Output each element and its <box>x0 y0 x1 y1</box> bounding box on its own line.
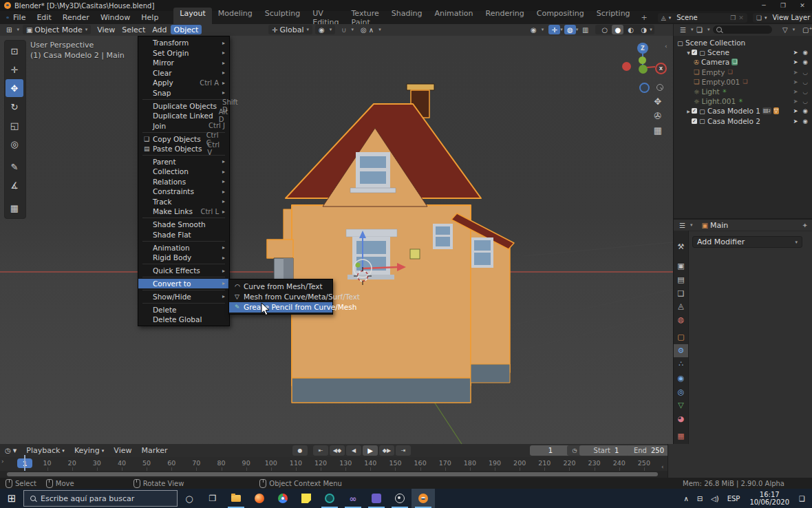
properties-tab-particles[interactable]: ∴ <box>674 357 688 370</box>
new-scene-icon[interactable]: ❐ <box>729 14 737 21</box>
clock[interactable]: 16:17 10/06/2020 <box>744 491 795 506</box>
shading-rendered-button[interactable]: ◑ <box>638 25 650 34</box>
shading-material-button[interactable]: ◐ <box>625 25 637 34</box>
select-pointer-icon-off[interactable]: ➤ <box>793 98 798 105</box>
xray-toggle[interactable]: ▥ <box>579 25 591 34</box>
expander-icon[interactable]: ▶ <box>685 109 692 114</box>
tray-chevron-icon[interactable]: ∧ <box>679 495 692 502</box>
task-view-button[interactable]: ❐ <box>201 489 224 508</box>
object-menu-item-show-hide[interactable]: Show/Hide▸ <box>138 292 229 302</box>
delete-scene-icon[interactable]: ✕ <box>737 14 745 21</box>
object-menu-item-duplicate-linked[interactable]: Duplicate LinkedAlt D <box>138 111 229 121</box>
object-menu-item-make-links[interactable]: Make LinksCtrl L▸ <box>138 207 229 217</box>
properties-tab-world[interactable]: ◍ <box>674 313 688 326</box>
editor-type-button[interactable]: ⊞▾ <box>3 25 23 34</box>
network-icon[interactable]: ⊟ <box>693 495 707 502</box>
collection-checkbox[interactable]: ✓ <box>692 108 697 114</box>
language-indicator[interactable]: ESP <box>723 495 745 502</box>
current-frame-field[interactable]: 1 <box>530 445 571 456</box>
add-cube-tool[interactable]: ▦ <box>6 199 23 217</box>
timeline-scrollbar[interactable] <box>0 471 667 478</box>
taskbar-app-purple-app[interactable] <box>365 489 388 508</box>
axis-y-negative-button[interactable] <box>639 65 648 74</box>
camera-view-button[interactable]: ✇ <box>648 109 668 123</box>
object-menu-item-join[interactable]: JoinCtrl J <box>138 120 229 131</box>
object-menu-item-rigid-body[interactable]: Rigid Body▸ <box>138 253 229 263</box>
object-menu-item-collection[interactable]: Collection▸ <box>138 167 229 177</box>
menu-edit[interactable]: Edit <box>31 12 56 23</box>
outliner-search-input[interactable] <box>713 25 772 34</box>
pivot-point-dropdown[interactable]: ◉▾ <box>315 25 335 34</box>
record-button[interactable]: ● <box>292 445 308 456</box>
object-menu-item-duplicate-objects[interactable]: Duplicate ObjectsShift D <box>138 100 229 111</box>
outliner-row-empty[interactable]: ❏Empty❏➤◡ <box>674 67 812 77</box>
axis-z-button[interactable]: Z <box>637 43 648 54</box>
object-menu-item-apply[interactable]: ApplyCtrl A▸ <box>138 78 229 88</box>
cortana-button[interactable]: ○ <box>178 489 201 508</box>
taskbar-app-blender[interactable] <box>412 489 435 508</box>
new-collection-button[interactable]: ▢⁺ <box>799 25 812 34</box>
annotate-tool[interactable]: ✎ <box>6 158 23 176</box>
outliner-row-camera[interactable]: ✇Camera❏➤◉ <box>674 57 812 67</box>
outliner-display-mode-dropdown[interactable]: ❏▾ <box>693 25 713 34</box>
eye-open-icon[interactable]: ◉ <box>803 59 808 65</box>
object-menu-item-shade-flat[interactable]: Shade Flat <box>138 230 229 240</box>
taskbar-search-input[interactable]: Escribe aquí para buscar <box>23 490 178 507</box>
select-pointer-icon-on[interactable]: ➤ <box>793 107 798 114</box>
close-button[interactable]: ✕ <box>793 2 812 9</box>
maximize-button[interactable]: ❐ <box>773 2 793 9</box>
taskbar-app-visual-studio[interactable]: ∞ <box>341 489 365 508</box>
outliner-row-empty-001[interactable]: ❏Empty.001❏➤◡ <box>674 77 812 87</box>
pan-view-button[interactable]: ✥ <box>648 94 668 109</box>
eye-closed-icon[interactable]: ◡ <box>803 78 808 85</box>
timeline-menu-playback[interactable]: Playback▾ <box>21 446 70 455</box>
object-menu-item-convert-to[interactable]: Convert to▸ <box>138 279 229 289</box>
start-button[interactable]: ⊞ <box>0 489 23 508</box>
eye-open-icon[interactable]: ◉ <box>803 118 808 125</box>
object-menu-item-mirror[interactable]: Mirror▸ <box>138 58 229 68</box>
properties-tab-physics[interactable]: ◉ <box>674 372 688 385</box>
taskbar-app-green-circle-app[interactable] <box>318 489 341 508</box>
submenu-item-grease-pencil-from-curve-mesh[interactable]: ✎Grease Pencil from Curve/Mesh <box>229 302 332 313</box>
select-pointer-icon-on[interactable]: ➤ <box>793 118 798 125</box>
viewport-menu-object[interactable]: Object <box>171 25 202 34</box>
frame-end-field[interactable]: End250 <box>627 445 671 456</box>
properties-tab-tool[interactable]: ⚒ <box>674 240 688 253</box>
taskbar-app-file-explorer[interactable] <box>224 489 248 508</box>
axis-x-button[interactable]: X <box>655 63 667 74</box>
eye-open-icon[interactable]: ◉ <box>803 49 808 56</box>
eye-closed-icon[interactable]: ◡ <box>803 69 808 76</box>
properties-tab-object[interactable]: ▢ <box>674 330 688 343</box>
scrollbar-thumb[interactable] <box>7 472 658 476</box>
outliner-row-light-001[interactable]: ☼Light.001✳➤◡ <box>674 96 812 106</box>
collection-checkbox[interactable]: ✓ <box>692 50 697 55</box>
sidebar-collapse-arrow[interactable]: ‹ <box>665 43 667 50</box>
properties-tab-material[interactable]: ◕ <box>674 412 688 425</box>
shading-wireframe-button[interactable]: ○ <box>599 25 610 34</box>
collection-checkbox[interactable]: ✓ <box>692 118 697 124</box>
select-box-tool[interactable]: ⊡ <box>6 42 23 60</box>
jump-to-end-button[interactable]: ⇥ <box>396 445 411 456</box>
outliner-row-light[interactable]: ☼Light✳➤◡ <box>674 87 812 96</box>
view-layer-selector[interactable]: ❏ ▾ View Layer ❐ ✕ <box>753 13 812 23</box>
object-menu-item-transform[interactable]: Transform▸ <box>138 38 229 48</box>
outliner-row-casa-modelo-2[interactable]: ✓▢Casa Modelo 2➤◉ <box>674 116 812 126</box>
pin-icon[interactable]: ✦ <box>802 222 808 229</box>
properties-tab-constraints[interactable]: ◎ <box>674 385 688 399</box>
snap-toggle[interactable]: ∪▾ <box>338 25 357 34</box>
timeline-ruler[interactable]: 1020304050607080901001101201301401501601… <box>0 457 667 471</box>
object-menu-item-relations[interactable]: Relations▸ <box>138 177 229 187</box>
proportional-editing-toggle[interactable]: ◎∧▾ <box>357 25 385 34</box>
timeline-collapse-arrow-left[interactable]: › <box>1 458 4 465</box>
object-menu-item-snap[interactable]: Snap▸ <box>138 88 229 98</box>
timeline-collapse-arrow-right[interactable]: ‹ <box>661 463 664 470</box>
axis-y-button[interactable] <box>639 56 646 64</box>
taskbar-app-chrome[interactable] <box>271 489 295 508</box>
viewport-menu-select[interactable]: Select <box>118 25 149 34</box>
object-menu-item-animation[interactable]: Animation▸ <box>138 242 229 253</box>
move-tool[interactable]: ✥ <box>6 79 23 97</box>
play-reverse-button[interactable]: ◀ <box>346 445 361 456</box>
view-layer-name[interactable]: View Layer <box>768 14 812 21</box>
object-menu-item-shade-smooth[interactable]: Shade Smooth <box>138 220 229 230</box>
play-button[interactable]: ▶ <box>363 445 378 456</box>
